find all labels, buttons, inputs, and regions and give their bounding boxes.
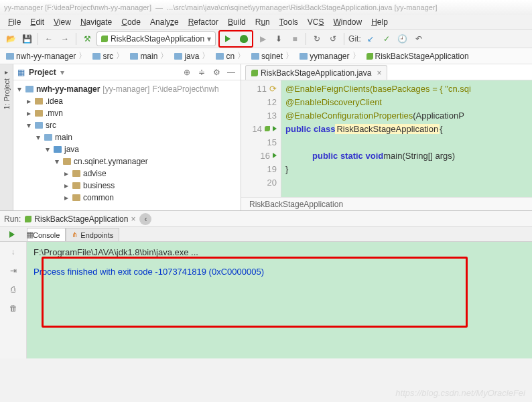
open-file-icon[interactable]: 📂 [4, 32, 17, 46]
endpoints-tab[interactable]: ⋔Endpoints [66, 228, 119, 241]
forward-icon[interactable]: → [58, 32, 72, 46]
vcs-commit-icon[interactable]: ↺ [326, 32, 340, 46]
project-tree: ▾nwh-yy-manager [yy-manager] F:\ideaProj… [13, 80, 241, 206]
project-panel-header: ▦ Project ▾ ⊕ ≑ ⚙ — [13, 64, 241, 80]
run-tool-window: Run: RiskBackStageApplication × ‹ ▦ Cons… [0, 210, 532, 358]
vcs-update-icon[interactable]: ↻ [310, 32, 324, 46]
console-line-1: F:\ProgramFile\JAVA\jdk1.8\bin\java.exe … [34, 247, 525, 257]
breadcrumb-root[interactable]: nwh-yy-manager〉 [4, 50, 89, 62]
menu-run[interactable]: Run [251, 16, 274, 28]
watermark: https://blog.csdn.net/MyOracleFei [395, 388, 525, 398]
menu-edit[interactable]: Edit [26, 16, 48, 28]
debug-button[interactable] [237, 32, 251, 46]
menu-navigate[interactable]: Navigate [76, 16, 116, 28]
menu-code[interactable]: Code [117, 16, 145, 28]
menu-build[interactable]: Build [224, 16, 250, 28]
save-icon[interactable]: 💾 [20, 32, 34, 46]
tree-common[interactable]: ▸common [16, 192, 238, 204]
run-tabs: ▦ Console ⋔Endpoints [0, 227, 532, 242]
git-history-icon[interactable]: 🕘 [396, 32, 409, 46]
breadcrumb-java[interactable]: java〉 [172, 50, 212, 62]
title-left: yy-manager [F:\ideaProject\nwh-yy-manage… [4, 3, 151, 11]
tree-package[interactable]: ▾cn.sqinet.yymanager [16, 155, 238, 168]
expand-icon[interactable]: ≑ [196, 67, 207, 78]
console-output[interactable]: F:\ProgramFile\JAVA\jdk1.8\bin\java.exe … [27, 242, 532, 358]
navigation-bar: nwh-yy-manager〉 src〉 main〉 java〉 cn〉 sqi… [0, 48, 532, 64]
tree-src[interactable]: ▾src [16, 119, 238, 131]
breadcrumb-src[interactable]: src〉 [90, 50, 127, 62]
run-config-label: RiskBackStageApplication [111, 34, 204, 44]
spring-icon [101, 36, 108, 42]
run-tool-label: Run: [4, 214, 21, 224]
close-tab-icon[interactable]: × [377, 68, 381, 78]
project-title[interactable]: Project [29, 68, 56, 77]
breadcrumb-main[interactable]: main〉 [128, 50, 171, 62]
git-label: Git: [348, 34, 361, 44]
run-header: Run: RiskBackStageApplication × ‹ [0, 211, 532, 227]
stop-icon[interactable]: ■ [288, 32, 302, 46]
stop-button[interactable]: ↓ [7, 246, 19, 258]
code-content[interactable]: @EnableFeignClients(basePackages = { "cn… [281, 80, 532, 197]
tree-business[interactable]: ▸business [16, 180, 238, 192]
breadcrumb-class[interactable]: RiskBackStageApplication [364, 52, 471, 61]
breadcrumb-yymanager[interactable]: yymanager〉 [297, 50, 362, 62]
breadcrumb-cn[interactable]: cn〉 [214, 50, 248, 62]
tree-main[interactable]: ▾main [16, 131, 238, 143]
breadcrumb-sqinet[interactable]: sqinet〉 [249, 50, 296, 62]
run-config-title[interactable]: RiskBackStageApplication × [25, 214, 135, 224]
window-title-bar: yy-manager [F:\ideaProject\nwh-yy-manage… [0, 0, 532, 15]
title-right: ...\src\main\java\cn\sqinet\yymanager\Ri… [167, 3, 438, 11]
scroll-icon[interactable]: ⇥ [7, 265, 19, 277]
tree-java[interactable]: ▾java [16, 143, 238, 155]
main-toolbar: 📂 💾 ← → ⚒ RiskBackStageApplication ▾ ▶ ⬇… [0, 29, 532, 48]
attach-icon[interactable]: ⬇ [272, 32, 285, 46]
back-icon[interactable]: ← [42, 32, 56, 46]
tree-advise[interactable]: ▸advise [16, 168, 238, 180]
menu-bar: File Edit View Navigate Code Analyze Ref… [0, 15, 532, 29]
code-editor[interactable]: 11⟳ 12 13 14 15 16 19 20 @EnableFeignCli… [241, 80, 532, 197]
print-icon[interactable]: ⎙ [7, 283, 19, 295]
menu-help[interactable]: Help [367, 16, 392, 28]
menu-tools[interactable]: Tools [275, 16, 302, 28]
run-config-selector[interactable]: RiskBackStageApplication ▾ [96, 31, 216, 46]
git-fetch-icon[interactable]: ↙ [364, 32, 377, 46]
tree-root[interactable]: ▾nwh-yy-manager [yy-manager] F:\ideaProj… [16, 83, 238, 95]
line-gutter: 11⟳ 12 13 14 15 16 19 20 [241, 80, 281, 197]
trash-icon[interactable]: 🗑 [7, 302, 19, 314]
git-revert-icon[interactable]: ↶ [412, 32, 425, 46]
project-tool-tab[interactable]: ▸ 1: Project [0, 64, 13, 210]
editor-tab-bar: RiskBackStageApplication.java × [241, 64, 532, 80]
git-commit-icon[interactable]: ✓ [380, 32, 393, 46]
coverage-icon[interactable]: ▶ [256, 32, 269, 46]
spring-icon [251, 70, 258, 76]
rerun-icon[interactable] [5, 228, 19, 241]
menu-refactor[interactable]: Refactor [184, 16, 222, 28]
menu-vcs[interactable]: VCS [304, 16, 328, 28]
menu-analyze[interactable]: Analyze [146, 16, 183, 28]
spring-icon [25, 216, 31, 222]
title-sep: — [155, 3, 163, 11]
menu-file[interactable]: File [4, 16, 25, 28]
menu-window[interactable]: Window [329, 16, 366, 28]
run-dashboard-icon[interactable]: ▦ [23, 228, 36, 241]
run-button[interactable] [221, 32, 235, 46]
tree-idea[interactable]: ▸.idea [16, 95, 238, 107]
target-icon[interactable]: ⊕ [182, 67, 192, 78]
build-icon[interactable]: ⚒ [80, 32, 94, 46]
run-debug-highlight [218, 30, 253, 48]
editor-area: RiskBackStageApplication.java × 11⟳ 12 1… [241, 64, 532, 210]
console-toolbar: ↓ ⇥ ⎙ 🗑 [0, 242, 27, 358]
menu-view[interactable]: View [50, 16, 75, 28]
project-panel: ▦ Project ▾ ⊕ ≑ ⚙ — ▾nwh-yy-manager [yy-… [13, 64, 241, 210]
settings-icon[interactable]: ⚙ [211, 67, 222, 78]
console-line-2: Process finished with exit code -1073741… [34, 267, 525, 277]
editor-breadcrumb[interactable]: RiskBackStageApplication [241, 197, 532, 210]
tree-mvn[interactable]: ▸.mvn [16, 107, 238, 119]
chevron-down-icon: ▾ [207, 34, 211, 44]
editor-tab[interactable]: RiskBackStageApplication.java × [245, 65, 387, 80]
hide-icon[interactable]: — [226, 67, 237, 78]
collapse-button[interactable]: ‹ [139, 213, 151, 225]
